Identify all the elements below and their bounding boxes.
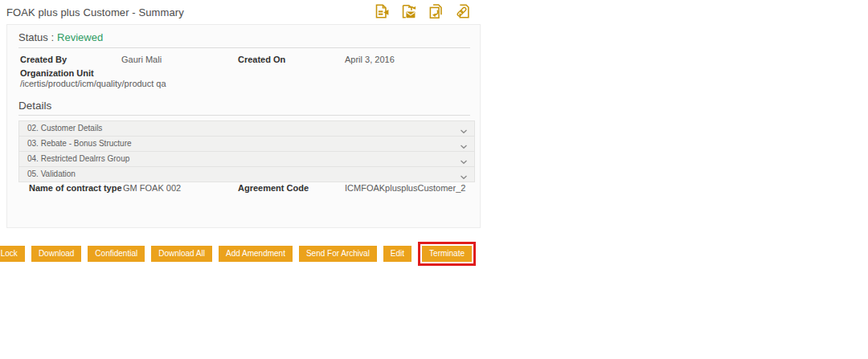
export-document-icon[interactable] xyxy=(371,2,391,21)
divider xyxy=(18,47,470,48)
download-button[interactable]: Download xyxy=(31,246,81,262)
accordion-section-customer-details[interactable]: 02. Customer Details xyxy=(18,120,475,137)
page-title: FOAK plus plus Customer - Summary xyxy=(6,6,184,18)
created-on-label: Created On xyxy=(238,55,285,64)
org-unit-label: Organization Unit xyxy=(20,68,94,78)
agreement-code-value: ICMFOAKplusplusCustomer_2 xyxy=(345,183,465,193)
lock-button[interactable]: Lock xyxy=(0,246,25,262)
summary-panel: Status :Reviewed Created By Gauri Mali C… xyxy=(6,24,481,228)
terminate-highlight-annotation: Terminate xyxy=(418,242,476,266)
confidential-button[interactable]: Confidential xyxy=(88,246,145,262)
send-document-mail-icon[interactable] xyxy=(399,2,418,21)
linked-document-icon[interactable] xyxy=(453,2,473,21)
details-accordion: 02. Customer Details 03. Rebate - Bonus … xyxy=(18,120,475,182)
terminate-button[interactable]: Terminate xyxy=(422,246,472,262)
send-for-archival-button[interactable]: Send For Archival xyxy=(299,246,377,262)
accordion-section-rebate-bonus-structure[interactable]: 03. Rebate - Bonus Structure xyxy=(18,136,475,152)
status-line: Status :Reviewed xyxy=(18,31,103,43)
accordion-section-label: 02. Customer Details xyxy=(27,124,102,133)
accordion-section-restricted-dealers-group[interactable]: 04. Restricted Dealrrs Group xyxy=(18,151,475,167)
action-button-bar: Lock Download Confidential Download All … xyxy=(6,242,476,266)
details-heading: Details xyxy=(18,100,51,112)
contract-type-value: GM FOAK 002 xyxy=(123,183,181,193)
created-on-value: April 3, 2016 xyxy=(345,55,395,64)
contract-type-label: Name of contract type xyxy=(29,183,122,193)
divider xyxy=(18,115,470,116)
status-badge: Reviewed xyxy=(57,31,103,43)
org-unit-value: /icertis/product/icm/quality/product qa xyxy=(20,79,166,88)
add-amendment-button[interactable]: Add Amendment xyxy=(219,246,293,262)
download-all-button[interactable]: Download All xyxy=(151,246,212,262)
agreement-code-label: Agreement Code xyxy=(238,183,309,193)
page: FOAK plus plus Customer - Summary xyxy=(0,0,868,359)
document-toolbar xyxy=(371,2,473,21)
accordion-section-validation[interactable]: 05. Validation xyxy=(18,166,475,182)
status-label: Status : xyxy=(18,31,54,43)
edit-button[interactable]: Edit xyxy=(383,246,411,262)
created-by-value: Gauri Mali xyxy=(121,55,162,64)
assign-document-icon[interactable] xyxy=(426,2,445,21)
accordion-section-label: 04. Restricted Dealrrs Group xyxy=(27,154,129,163)
accordion-section-label: 03. Rebate - Bonus Structure xyxy=(27,139,132,148)
accordion-section-label: 05. Validation xyxy=(27,169,76,178)
created-by-label: Created By xyxy=(20,55,67,64)
